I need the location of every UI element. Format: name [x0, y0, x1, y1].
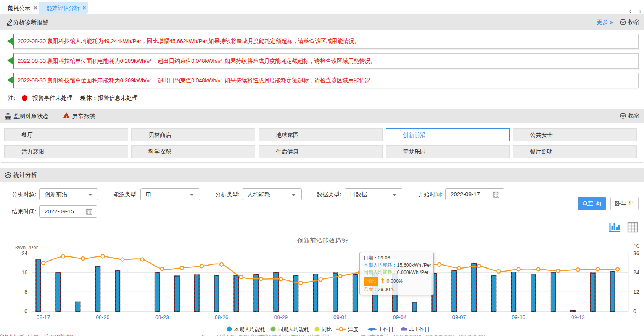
- svg-text:同比: 同比: [322, 326, 332, 332]
- svg-text:24: 24: [21, 250, 27, 256]
- svg-text:本期人均能耗: 本期人均能耗: [234, 326, 265, 332]
- svg-text:09-04: 09-04: [393, 314, 407, 320]
- svg-text:同期人均能耗: 同期人均能耗: [278, 326, 309, 332]
- svg-text:12: 12: [633, 289, 639, 295]
- svg-text:09-01: 09-01: [333, 314, 347, 320]
- svg-text:0: 0: [24, 308, 27, 314]
- svg-text:kWh /Per: kWh /Per: [15, 245, 38, 250]
- svg-text:08-29: 08-29: [274, 314, 288, 320]
- svg-text:36: 36: [633, 250, 639, 256]
- svg-text:08-20: 08-20: [96, 314, 109, 320]
- svg-text:09-13: 09-13: [571, 314, 585, 320]
- svg-text:09-10: 09-10: [512, 314, 525, 320]
- svg-text:0: 0: [633, 308, 636, 314]
- svg-text:24: 24: [633, 269, 639, 275]
- svg-text:℃: ℃: [634, 243, 640, 249]
- svg-text:非工作日: 非工作日: [409, 326, 430, 332]
- svg-text:08-17: 08-17: [37, 314, 50, 320]
- svg-text:温度: 温度: [348, 326, 358, 332]
- svg-text:工作日: 工作日: [378, 326, 394, 332]
- svg-text:16: 16: [21, 269, 27, 275]
- svg-text:08-26: 08-26: [215, 314, 229, 320]
- svg-text:08-23: 08-23: [155, 314, 169, 320]
- svg-text:创新前沿能效趋势: 创新前沿能效趋势: [297, 237, 348, 244]
- svg-text:8: 8: [24, 289, 27, 295]
- svg-text:09-07: 09-07: [452, 314, 466, 320]
